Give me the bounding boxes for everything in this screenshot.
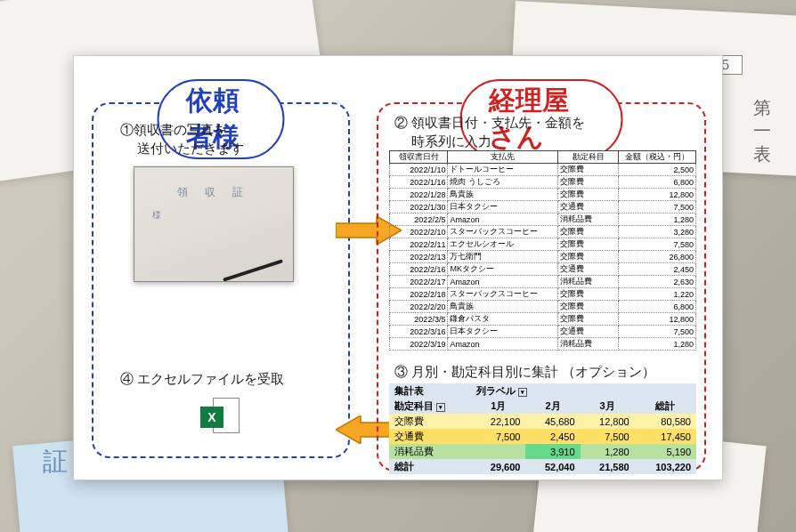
pivot-col-4: 総計 <box>635 399 696 414</box>
pivot-row-label: 総計 <box>389 459 471 474</box>
ledger-cell-date: 2022/2/5 <box>390 214 448 226</box>
ledger-cell-amt: 12,800 <box>619 313 696 326</box>
ledger-cell-amt: 2,630 <box>619 276 696 288</box>
ledger-cell-acct: 交際費 <box>558 176 619 189</box>
table-row: 2022/1/30日本タクシー交通費7,500 <box>390 201 696 214</box>
step-2-text: ② 領収書日付・支払先・金額を 時系列に入力 <box>394 113 585 150</box>
ledger-cell-date: 2022/3/5 <box>390 313 448 326</box>
table-row: 2022/2/16MKタクシー交通費2,450 <box>390 263 696 276</box>
bg-text: 証 <box>43 445 68 479</box>
table-row: 2022/3/5鎌倉パスタ交際費12,800 <box>390 313 696 326</box>
table-row: 2022/1/10ドトールコーヒー交際費2,500 <box>390 164 696 176</box>
table-row: 2022/2/11エクセルシオール交際費7,580 <box>390 238 696 251</box>
pivot-cell: 3,910 <box>525 444 580 459</box>
ledger-cell-acct: 交際費 <box>558 301 619 313</box>
bg-text: 一 <box>753 119 771 143</box>
pivot-cell: 1,280 <box>581 444 635 459</box>
step-2-line1: ② 領収書日付・支払先・金額を <box>394 115 585 130</box>
ledger-cell-date: 2022/1/28 <box>390 189 448 201</box>
ledger-header-date: 領収書日付 <box>390 151 448 164</box>
ledger-cell-payee: 日本タクシー <box>448 326 558 338</box>
pivot-cell: 2,450 <box>525 429 580 444</box>
pivot-row-label: 交通費 <box>389 429 471 444</box>
pivot-row-label: 消耗品費 <box>389 444 471 459</box>
ledger-cell-payee: Amazon <box>448 214 558 226</box>
pivot-header-row-1: 集計表 列ラベル▾ <box>389 383 696 399</box>
ledger-cell-acct: 交際費 <box>558 226 619 238</box>
step-2-line2: 時系列に入力 <box>394 133 491 149</box>
ledger-cell-payee: ドトールコーヒー <box>448 164 558 176</box>
table-row: 2022/1/28鳥貴族交際費12,800 <box>390 189 696 201</box>
ledger-cell-acct: 交際費 <box>558 251 619 263</box>
ledger-cell-acct: 交通費 <box>558 201 619 214</box>
pivot-cell: 12,800 <box>581 414 635 429</box>
ledger-cell-acct: 消耗品費 <box>558 276 619 288</box>
step-3-text: ③ 月別・勘定科目別に集計 （オプション） <box>394 362 655 381</box>
pivot-cell: 5,190 <box>635 444 696 459</box>
ledger-cell-payee: スターバックスコーヒー <box>448 226 558 238</box>
receipt-label: 領 収 証 <box>177 185 251 200</box>
ledger-cell-date: 2022/3/19 <box>390 338 448 351</box>
table-row: 2022/3/16日本タクシー交通費7,500 <box>390 326 696 338</box>
ledger-cell-date: 2022/2/11 <box>390 238 448 251</box>
pivot-row: 総計29,60052,04021,580103,220 <box>389 459 696 474</box>
ledger-cell-date: 2022/2/16 <box>390 263 448 276</box>
ledger-cell-date: 2022/2/10 <box>390 226 448 238</box>
pivot-row-label: 勘定科目▾ <box>389 399 471 414</box>
dropdown-icon[interactable]: ▾ <box>436 403 445 412</box>
ledger-cell-date: 2022/2/13 <box>390 251 448 263</box>
ledger-cell-amt: 26,800 <box>619 251 696 263</box>
client-box: 依頼者様 ①領収書の写真を 送付いただきます 領 収 証 様 ④ エクセルファイ… <box>92 102 350 458</box>
table-row: 2022/2/13万七衛門交際費26,800 <box>390 251 696 263</box>
pivot-cell: 29,600 <box>471 459 525 474</box>
receipt-sama: 様 <box>152 209 161 222</box>
ledger-cell-amt: 2,450 <box>619 263 696 276</box>
ledger-cell-amt: 12,800 <box>619 189 696 201</box>
pivot-header-row-2: 勘定科目▾ 1月 2月 3月 総計 <box>389 399 696 414</box>
ledger-cell-payee: 万七衛門 <box>448 251 558 263</box>
ledger-cell-acct: 交際費 <box>558 189 619 201</box>
ledger-cell-date: 2022/2/17 <box>390 276 448 288</box>
dropdown-icon[interactable]: ▾ <box>518 388 527 397</box>
step-1-line1: ①領収書の写真を <box>120 122 227 137</box>
pivot-col-label-text: 列ラベル <box>476 385 516 396</box>
ledger-cell-acct: 消耗品費 <box>558 214 619 226</box>
pivot-col-1: 1月 <box>471 399 525 414</box>
ledger-cell-payee: MKタクシー <box>448 263 558 276</box>
excel-file-icon: X <box>200 398 240 437</box>
pivot-cell: 17,450 <box>635 429 696 444</box>
pivot-cell: 103,220 <box>635 459 696 474</box>
bg-text: 表 <box>753 142 771 166</box>
ledger-cell-date: 2022/1/30 <box>390 201 448 214</box>
pivot-row-label: 交際費 <box>389 414 471 429</box>
ledger-cell-amt: 6,800 <box>619 176 696 189</box>
ledger-cell-amt: 2,500 <box>619 164 696 176</box>
ledger-cell-payee: エクセルシオール <box>448 238 558 251</box>
ledger-cell-payee: Amazon <box>448 276 558 288</box>
ledger-cell-payee: 日本タクシー <box>448 201 558 214</box>
ledger-header-amt: 金額（税込・円） <box>619 151 696 164</box>
ledger-cell-payee: スターバックスコーヒー <box>448 288 558 301</box>
bg-text: 第 <box>753 96 771 120</box>
pivot-row: 消耗品費3,9101,2805,190 <box>389 444 696 459</box>
table-row: 2022/2/18スターバックスコーヒー交際費1,220 <box>390 288 696 301</box>
ledger-cell-amt: 1,280 <box>619 338 696 351</box>
pivot-cell: 45,680 <box>525 414 580 429</box>
pivot-table: 集計表 列ラベル▾ 勘定科目▾ 1月 2月 3月 総計 交際費22,10045,… <box>389 383 696 474</box>
pivot-row: 交際費22,10045,68012,80080,580 <box>389 414 696 429</box>
ledger-cell-acct: 交際費 <box>558 238 619 251</box>
ledger-header-payee: 支払先 <box>448 151 558 164</box>
pivot-corner2: 列ラベル▾ <box>471 383 696 399</box>
ledger-cell-amt: 1,220 <box>619 288 696 301</box>
table-row: 2022/1/16焼肉 うしごろ交際費6,800 <box>390 176 696 189</box>
ledger-cell-date: 2022/3/16 <box>390 326 448 338</box>
pivot-col-2: 2月 <box>525 399 580 414</box>
ledger-cell-date: 2022/1/16 <box>390 176 448 189</box>
table-row: 2022/3/19Amazon消耗品費1,280 <box>390 338 696 351</box>
accountant-box: 経理屋さん ② 領収書日付・支払先・金額を 時系列に入力 領収書日付 支払先 勘… <box>377 102 706 472</box>
ledger-cell-acct: 消耗品費 <box>558 338 619 351</box>
pivot-cell: 22,100 <box>471 414 525 429</box>
ledger-cell-payee: 鳥貴族 <box>448 301 558 313</box>
pen-icon <box>223 259 283 281</box>
ledger-cell-amt: 6,800 <box>619 301 696 313</box>
